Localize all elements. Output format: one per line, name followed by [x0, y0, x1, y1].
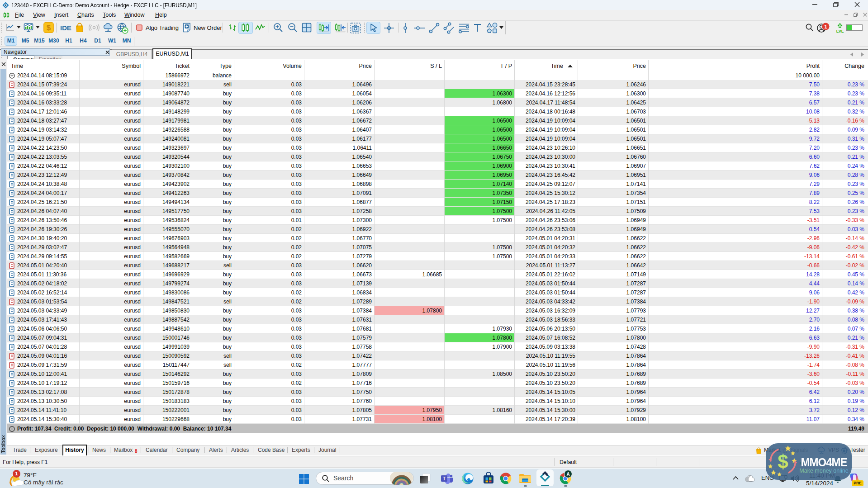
svg-text:$: $: [778, 451, 788, 472]
svg-text:$: $: [47, 24, 51, 32]
svg-text:LVL: LVL: [836, 29, 844, 33]
svg-text:1: 1: [824, 24, 827, 29]
svg-text:T: T: [443, 476, 446, 481]
